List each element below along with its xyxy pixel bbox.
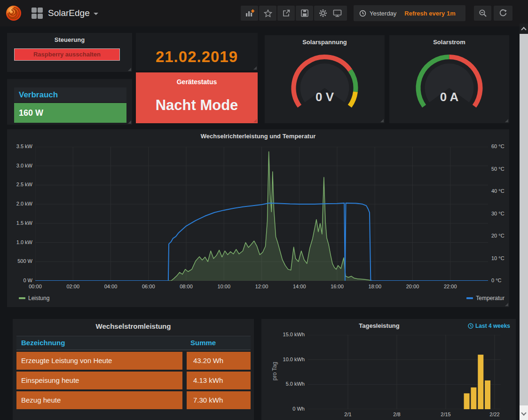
tick-label: 2/22 [484, 412, 505, 417]
scrollbar-down-button[interactable] [520, 408, 528, 420]
column-header-summe[interactable]: Summe [190, 339, 216, 347]
panel-title: Solarstrom [389, 39, 509, 46]
panel-resize-handle[interactable] [253, 119, 257, 122]
navbar: SolarEdge [0, 0, 528, 26]
timeframe-label: Last 4 weeks [475, 323, 510, 329]
panel-geraetestatus: Gerätestatus Nacht Mode [136, 72, 258, 123]
tick-label: 20 °C [491, 233, 512, 238]
tick-label: 5.0 kWh [268, 381, 305, 387]
panel-wechselstromleistung: Wechselstromleistung Bezeichnung Summe E… [13, 319, 254, 420]
add-panel-button[interactable] [241, 6, 258, 21]
tick-label: 30 °C [491, 211, 512, 216]
dashboards-grid-icon[interactable] [31, 7, 43, 19]
legend-label: Temperatur [476, 295, 504, 301]
table-row-value: 43.20 Wh [187, 352, 251, 370]
panel-resize-handle[interactable] [380, 119, 384, 122]
tick-label: 12:00 [250, 284, 274, 289]
tick-label: 0 °C [491, 277, 512, 283]
table-row-value: 4.13 kWh [187, 372, 251, 389]
bar-2/18 [464, 393, 470, 409]
dashboard: SolarEdge [0, 0, 528, 420]
panel-steuerung: Steuerung Raspberry ausschalten [7, 33, 132, 72]
tick-label: 15.0 kWh [268, 332, 305, 337]
refresh-icon [499, 9, 507, 17]
panel-resize-handle[interactable] [128, 120, 131, 124]
grafana-logo-icon[interactable] [5, 4, 23, 22]
tick-label: 06:00 [137, 284, 160, 289]
clock-icon [468, 323, 473, 329]
solarspannung-gauge[interactable]: 0 V [265, 47, 385, 122]
tick-label: 02:00 [61, 284, 85, 289]
panel-verbrauch: Verbrauch 160 W [7, 79, 132, 125]
tick-label: 04:00 [99, 284, 123, 289]
panel-wechselrichterleistung: Wechselrichterleistung und Temperatur 3.… [7, 129, 509, 307]
column-header-bezeichnung[interactable]: Bezeichnung [21, 339, 65, 347]
tick-label: 2/1 [338, 412, 358, 417]
tick-label: 1.0 kW [7, 239, 32, 245]
tick-label: 2.5 kW [7, 182, 32, 187]
date-value: 21.02.2019 [136, 48, 258, 66]
tick-label: 1.5 kW [7, 220, 32, 226]
tick-label: 0 Wh [268, 406, 305, 412]
gauge-value: 0 V [315, 90, 334, 104]
bar-plot[interactable] [308, 335, 501, 409]
legend-item-leistung[interactable]: Leistung [19, 295, 49, 301]
timeframe-link[interactable]: Last 4 weeks [468, 323, 510, 329]
save-icon [300, 9, 309, 17]
tv-mode-button[interactable] [327, 6, 347, 21]
gauge-value: 0 A [440, 90, 459, 104]
panel-resize-handle[interactable] [253, 66, 257, 70]
legend-color-temperatur [466, 297, 473, 299]
legend-color-leistung [19, 297, 25, 299]
panel-tagesleistung: Tagesleistung Last 4 weeks pro Tag 15.0 … [261, 319, 516, 420]
refresh-button[interactable] [494, 6, 512, 21]
table-row-value: 7.30 kWh [187, 391, 251, 409]
tick-label: 20:00 [401, 284, 425, 289]
table-row-label: Erzeugte Leistung von Heute [16, 352, 182, 370]
chevron-down-icon [521, 410, 526, 415]
panel-resize-handle[interactable] [505, 119, 508, 122]
search-button[interactable] [474, 6, 491, 21]
timeseries-plot[interactable] [35, 147, 488, 281]
tick-label: 60 °C [491, 143, 512, 149]
time-picker[interactable]: Yesterday Refresh every 1m [354, 5, 465, 21]
verbrauch-value: 160 W [14, 103, 126, 123]
panel-resize-handle[interactable] [505, 303, 508, 306]
tick-label: 2/15 [435, 412, 456, 417]
tick-label: 50 °C [491, 166, 512, 172]
search-icon [479, 9, 487, 17]
save-button[interactable] [296, 6, 313, 21]
legend-label: Leistung [28, 295, 49, 301]
panel-date: 21.02.2019 [136, 33, 258, 71]
tick-label: 500 W [7, 258, 32, 264]
refresh-interval-label: Refresh every 1m [404, 10, 455, 17]
scrollbar-up-button[interactable] [520, 24, 528, 34]
status-value: Nacht Mode [136, 97, 258, 114]
tick-label: 16:00 [325, 284, 349, 289]
dashboard-title-dropdown[interactable]: SolarEdge [48, 0, 98, 26]
bar-2/21 [485, 380, 490, 409]
gauge-segment [350, 71, 356, 92]
panel-resize-handle[interactable] [128, 68, 131, 71]
solarstrom-gauge[interactable]: 0 A [389, 47, 509, 122]
panel-solarspannung: Solarspannung 0 V [265, 35, 385, 123]
raspberry-shutdown-button[interactable]: Raspberry ausschalten [14, 48, 120, 61]
chevron-down-icon [94, 13, 98, 15]
bar-2/20 [478, 355, 483, 409]
share-button[interactable] [277, 6, 295, 21]
clock-icon [359, 10, 366, 17]
tick-label: 2.0 kW [7, 201, 32, 206]
star-icon [264, 9, 272, 17]
tick-label: 10.0 kWh [268, 357, 305, 362]
legend-item-temperatur[interactable]: Temperatur [466, 295, 504, 301]
time-range-label: Yesterday [370, 10, 396, 17]
tick-label: 14:00 [288, 284, 311, 289]
panel-solarstrom: Solarstrom 0 A [389, 35, 509, 123]
star-button[interactable] [259, 6, 276, 21]
gear-icon [319, 9, 327, 17]
panel-title: Steuerung [7, 36, 132, 43]
page-scrollbar[interactable] [520, 24, 528, 420]
scrollbar-thumb[interactable] [520, 34, 528, 405]
tick-label: 3.5 kW [7, 143, 32, 149]
tick-label: 2/8 [386, 412, 407, 417]
